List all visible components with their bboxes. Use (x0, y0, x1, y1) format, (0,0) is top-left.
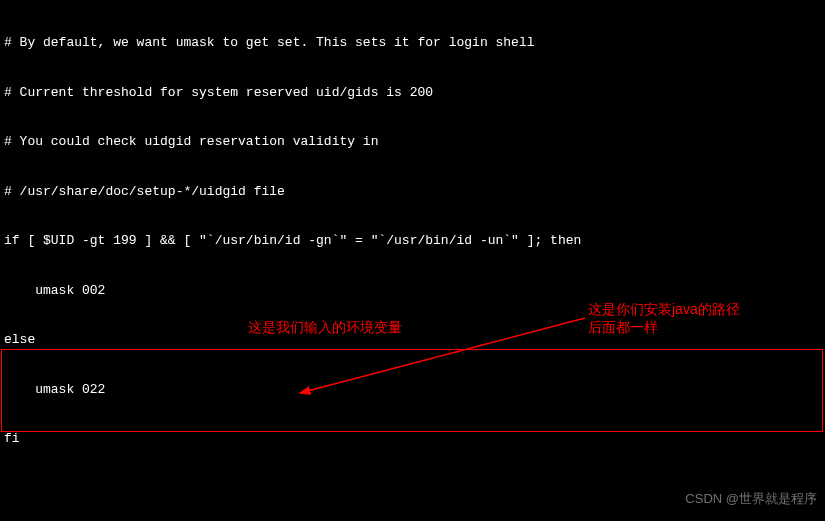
code-line: # You could check uidgid reservation val… (4, 134, 821, 151)
code-line: if [ $UID -gt 199 ] && [ "`/usr/bin/id -… (4, 233, 821, 250)
code-line: else (4, 332, 821, 349)
code-line: # By default, we want umask to get set. … (4, 35, 821, 52)
code-line: # /usr/share/doc/setup-*/uidgid file (4, 184, 821, 201)
code-line: umask 002 (4, 283, 821, 300)
code-line: # Current threshold for system reserved … (4, 85, 821, 102)
terminal-viewport[interactable]: # By default, we want umask to get set. … (0, 0, 825, 521)
code-line: fi (4, 431, 821, 448)
code-line (4, 481, 821, 498)
code-line: umask 022 (4, 382, 821, 399)
